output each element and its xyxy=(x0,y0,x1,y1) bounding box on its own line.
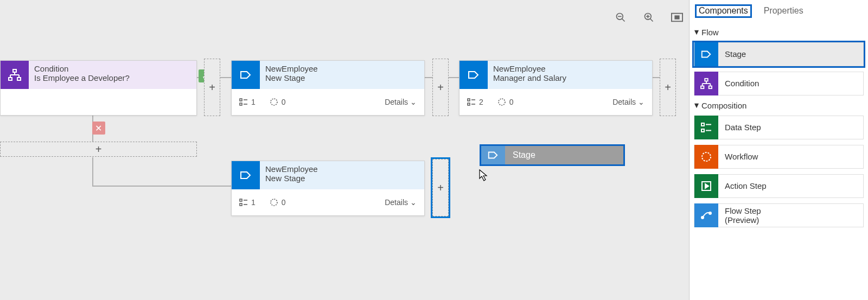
details-toggle[interactable]: Details ⌄ xyxy=(385,98,417,106)
canvas-toolbar xyxy=(614,11,684,24)
svg-rect-29 xyxy=(240,199,242,201)
condition-title: Condition xyxy=(29,61,135,73)
stage-subtitle: New Stage xyxy=(265,73,318,82)
connector-line xyxy=(92,186,231,187)
svg-rect-36 xyxy=(705,79,708,81)
drop-zone[interactable]: + xyxy=(660,59,676,116)
svg-marker-28 xyxy=(241,172,250,178)
svg-marker-49 xyxy=(705,184,709,188)
stage-icon xyxy=(232,61,260,89)
drop-plus-label: + xyxy=(437,182,444,194)
component-condition[interactable]: Condition xyxy=(694,72,864,95)
svg-marker-35 xyxy=(702,52,711,58)
flow-step-icon xyxy=(694,203,718,227)
stage-icon xyxy=(481,146,505,164)
svg-rect-31 xyxy=(240,203,242,206)
chevron-down-icon: ⌄ xyxy=(638,98,644,106)
stage-card[interactable]: NewEmployee New Stage 1 0 Details ⌄ xyxy=(231,161,425,216)
svg-rect-41 xyxy=(701,86,704,89)
component-stage[interactable]: Stage xyxy=(694,42,864,66)
steps-count: 1 xyxy=(239,98,256,106)
workflow-count: 0 xyxy=(270,198,286,207)
action-step-icon xyxy=(694,174,718,198)
stage-subtitle: Manager and Salary xyxy=(493,73,566,82)
zoom-out-icon[interactable] xyxy=(614,11,627,24)
designer-canvas[interactable]: Condition Is Employee a Developer? ✓ ✕ +… xyxy=(0,0,689,300)
svg-line-1 xyxy=(622,19,625,22)
caret-down-icon xyxy=(694,30,699,34)
condition-icon xyxy=(694,72,718,95)
component-label: Action Step xyxy=(718,181,767,190)
svg-marker-34 xyxy=(489,152,497,158)
svg-marker-16 xyxy=(241,72,250,78)
drop-zone[interactable]: + xyxy=(0,142,197,157)
stage-title: NewEmployee xyxy=(265,64,318,73)
caret-down-icon xyxy=(694,103,699,107)
drop-plus-label: + xyxy=(665,81,671,94)
svg-rect-9 xyxy=(13,69,16,72)
drop-zone-active[interactable]: + xyxy=(432,159,449,216)
svg-rect-42 xyxy=(709,86,712,89)
section-composition[interactable]: Composition xyxy=(695,101,864,110)
svg-rect-45 xyxy=(701,129,704,132)
svg-line-4 xyxy=(650,19,653,22)
svg-rect-8 xyxy=(675,16,679,19)
component-workflow[interactable]: Workflow xyxy=(694,145,864,169)
svg-rect-23 xyxy=(468,99,470,101)
workflow-count: 0 xyxy=(270,98,286,106)
component-label: Stage xyxy=(718,49,746,59)
stage-card[interactable]: NewEmployee Manager and Salary 2 0 Detai… xyxy=(459,60,653,116)
component-label: Condition xyxy=(718,79,759,88)
svg-point-21 xyxy=(271,99,277,105)
svg-point-27 xyxy=(499,99,505,105)
close-icon[interactable]: ✕ xyxy=(92,122,105,135)
zoom-in-icon[interactable] xyxy=(642,11,655,24)
stage-subtitle: New Stage xyxy=(265,174,318,183)
drag-ghost-stage[interactable]: Stage xyxy=(480,144,625,166)
component-label: Data Step xyxy=(718,123,761,132)
svg-point-51 xyxy=(709,212,711,214)
svg-point-47 xyxy=(702,152,711,161)
tab-components[interactable]: Components xyxy=(695,4,752,18)
drop-plus-label: + xyxy=(209,81,215,94)
svg-marker-22 xyxy=(469,72,478,78)
connector-line xyxy=(92,157,93,186)
svg-point-33 xyxy=(271,199,277,206)
steps-count: 2 xyxy=(467,98,483,106)
condition-icon xyxy=(1,61,29,89)
svg-rect-25 xyxy=(468,103,470,105)
component-flow-step[interactable]: Flow Step (Preview) xyxy=(694,203,864,227)
condition-card[interactable]: Condition Is Employee a Developer? ✓ ✕ xyxy=(0,60,197,116)
stage-icon xyxy=(459,61,488,89)
component-data-step[interactable]: Data Step xyxy=(694,116,864,139)
components-panel: Components Properties Flow Stage Conditi… xyxy=(689,0,868,300)
details-toggle[interactable]: Details ⌄ xyxy=(612,98,644,106)
fit-screen-icon[interactable] xyxy=(671,11,684,24)
chevron-down-icon: ⌄ xyxy=(410,198,417,207)
drop-zone[interactable]: + xyxy=(432,59,449,116)
tab-properties[interactable]: Properties xyxy=(764,6,803,16)
svg-rect-19 xyxy=(240,103,242,105)
drop-plus-label: + xyxy=(95,143,102,156)
steps-count: 1 xyxy=(239,198,256,207)
drop-zone[interactable]: + xyxy=(204,59,220,116)
chevron-down-icon: ⌄ xyxy=(410,98,417,106)
stage-title: NewEmployee xyxy=(493,64,566,73)
data-step-icon xyxy=(694,116,718,139)
workflow-count: 0 xyxy=(497,98,514,106)
cursor-icon xyxy=(479,169,489,181)
details-toggle[interactable]: Details ⌄ xyxy=(385,198,417,207)
svg-rect-14 xyxy=(9,78,12,80)
svg-rect-15 xyxy=(17,78,21,80)
stage-title: NewEmployee xyxy=(265,164,318,174)
stage-card[interactable]: NewEmployee New Stage 1 0 Details ⌄ xyxy=(231,60,425,116)
drag-ghost-label: Stage xyxy=(513,150,535,160)
component-label: Flow Step (Preview) xyxy=(718,206,761,225)
component-label: Workflow xyxy=(718,152,758,161)
svg-rect-17 xyxy=(240,99,242,101)
component-action-step[interactable]: Action Step xyxy=(694,174,864,198)
section-flow[interactable]: Flow xyxy=(695,28,864,37)
stage-icon xyxy=(232,161,260,189)
condition-subtitle: Is Employee a Developer? xyxy=(29,73,135,87)
drop-plus-label: + xyxy=(437,81,444,94)
